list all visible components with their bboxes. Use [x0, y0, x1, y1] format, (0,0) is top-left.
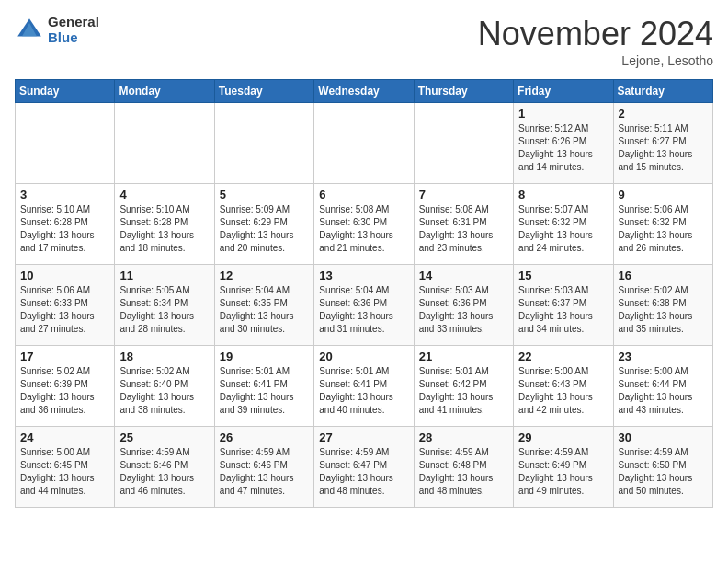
day-number: 2 — [619, 107, 708, 121]
day-info: Sunrise: 4:59 AMSunset: 6:49 PMDaylight:… — [518, 446, 608, 498]
calendar-week-2: 3Sunrise: 5:10 AMSunset: 6:28 PMDaylight… — [16, 184, 713, 265]
day-number: 7 — [419, 188, 508, 201]
day-info: Sunrise: 5:01 AMSunset: 6:41 PMDaylight:… — [220, 365, 309, 417]
calendar-week-3: 10Sunrise: 5:06 AMSunset: 6:33 PMDayligh… — [16, 265, 713, 346]
day-info: Sunrise: 5:02 AMSunset: 6:40 PMDaylight:… — [119, 365, 209, 417]
day-info: Sunrise: 5:03 AMSunset: 6:36 PMDaylight:… — [419, 284, 508, 336]
calendar-cell — [314, 103, 414, 184]
day-number: 14 — [419, 269, 508, 282]
day-number: 13 — [319, 269, 408, 282]
logo-icon — [15, 16, 44, 45]
calendar-cell: 1Sunrise: 5:12 AMSunset: 6:26 PMDaylight… — [514, 103, 613, 184]
day-number: 19 — [220, 350, 309, 363]
header-day-sunday: Sunday — [16, 80, 115, 103]
calendar-cell: 24Sunrise: 5:00 AMSunset: 6:45 PMDayligh… — [16, 427, 115, 508]
calendar-cell: 15Sunrise: 5:03 AMSunset: 6:37 PMDayligh… — [514, 265, 613, 346]
calendar-cell: 27Sunrise: 4:59 AMSunset: 6:47 PMDayligh… — [314, 427, 414, 508]
calendar-cell: 28Sunrise: 4:59 AMSunset: 6:48 PMDayligh… — [414, 427, 513, 508]
calendar-table: SundayMondayTuesdayWednesdayThursdayFrid… — [15, 79, 713, 508]
calendar-cell: 26Sunrise: 4:59 AMSunset: 6:46 PMDayligh… — [214, 427, 313, 508]
month-title: November 2024 — [478, 15, 713, 53]
calendar-cell — [214, 103, 313, 184]
calendar-body: 1Sunrise: 5:12 AMSunset: 6:26 PMDaylight… — [16, 103, 713, 508]
calendar-cell: 3Sunrise: 5:10 AMSunset: 6:28 PMDaylight… — [16, 184, 115, 265]
calendar-cell: 4Sunrise: 5:10 AMSunset: 6:28 PMDaylight… — [115, 184, 214, 265]
day-info: Sunrise: 5:04 AMSunset: 6:36 PMDaylight:… — [319, 284, 408, 336]
calendar-cell: 25Sunrise: 4:59 AMSunset: 6:46 PMDayligh… — [115, 427, 214, 508]
calendar-cell: 16Sunrise: 5:02 AMSunset: 6:38 PMDayligh… — [613, 265, 712, 346]
calendar-cell: 2Sunrise: 5:11 AMSunset: 6:27 PMDaylight… — [613, 103, 712, 184]
day-info: Sunrise: 5:11 AMSunset: 6:27 PMDaylight:… — [619, 122, 708, 174]
day-number: 11 — [119, 269, 209, 282]
day-number: 17 — [20, 350, 109, 363]
calendar-cell: 9Sunrise: 5:06 AMSunset: 6:32 PMDaylight… — [613, 184, 712, 265]
day-number: 26 — [220, 431, 309, 444]
day-number: 3 — [20, 188, 109, 201]
calendar-cell: 23Sunrise: 5:00 AMSunset: 6:44 PMDayligh… — [613, 346, 712, 427]
day-info: Sunrise: 5:08 AMSunset: 6:31 PMDaylight:… — [419, 203, 508, 255]
calendar-cell: 13Sunrise: 5:04 AMSunset: 6:36 PMDayligh… — [314, 265, 414, 346]
day-info: Sunrise: 5:02 AMSunset: 6:38 PMDaylight:… — [619, 284, 708, 336]
day-info: Sunrise: 5:01 AMSunset: 6:42 PMDaylight:… — [419, 365, 508, 417]
location: Lejone, Lesotho — [478, 53, 713, 68]
calendar-week-4: 17Sunrise: 5:02 AMSunset: 6:39 PMDayligh… — [16, 346, 713, 427]
day-info: Sunrise: 5:06 AMSunset: 6:33 PMDaylight:… — [20, 284, 109, 336]
calendar-cell: 30Sunrise: 4:59 AMSunset: 6:50 PMDayligh… — [613, 427, 712, 508]
day-info: Sunrise: 5:12 AMSunset: 6:26 PMDaylight:… — [518, 122, 608, 174]
day-info: Sunrise: 5:06 AMSunset: 6:32 PMDaylight:… — [619, 203, 708, 255]
day-info: Sunrise: 4:59 AMSunset: 6:48 PMDaylight:… — [419, 446, 508, 498]
calendar-cell: 18Sunrise: 5:02 AMSunset: 6:40 PMDayligh… — [115, 346, 214, 427]
header-day-wednesday: Wednesday — [314, 80, 414, 103]
day-number: 5 — [220, 188, 309, 201]
day-info: Sunrise: 5:02 AMSunset: 6:39 PMDaylight:… — [20, 365, 109, 417]
calendar-cell: 5Sunrise: 5:09 AMSunset: 6:29 PMDaylight… — [214, 184, 313, 265]
calendar-week-5: 24Sunrise: 5:00 AMSunset: 6:45 PMDayligh… — [16, 427, 713, 508]
day-number: 6 — [319, 188, 408, 201]
day-info: Sunrise: 4:59 AMSunset: 6:46 PMDaylight:… — [119, 446, 209, 498]
day-number: 22 — [518, 350, 608, 363]
day-info: Sunrise: 5:09 AMSunset: 6:29 PMDaylight:… — [220, 203, 309, 255]
calendar-cell: 7Sunrise: 5:08 AMSunset: 6:31 PMDaylight… — [414, 184, 513, 265]
day-number: 12 — [220, 269, 309, 282]
page-header: General Blue November 2024 Lejone, Lesot… — [15, 15, 713, 68]
day-info: Sunrise: 4:59 AMSunset: 6:46 PMDaylight:… — [220, 446, 309, 498]
calendar-cell: 21Sunrise: 5:01 AMSunset: 6:42 PMDayligh… — [414, 346, 513, 427]
logo-general-text: General — [48, 15, 99, 30]
day-number: 20 — [319, 350, 408, 363]
day-number: 15 — [518, 269, 608, 282]
calendar-header: SundayMondayTuesdayWednesdayThursdayFrid… — [16, 80, 713, 103]
day-number: 21 — [419, 350, 508, 363]
day-number: 8 — [518, 188, 608, 201]
day-number: 24 — [20, 431, 109, 444]
day-info: Sunrise: 5:05 AMSunset: 6:34 PMDaylight:… — [119, 284, 209, 336]
day-number: 30 — [619, 431, 708, 444]
day-info: Sunrise: 5:10 AMSunset: 6:28 PMDaylight:… — [20, 203, 109, 255]
day-info: Sunrise: 5:00 AMSunset: 6:44 PMDaylight:… — [619, 365, 708, 417]
day-number: 9 — [619, 188, 708, 201]
calendar-cell: 11Sunrise: 5:05 AMSunset: 6:34 PMDayligh… — [115, 265, 214, 346]
calendar-cell: 8Sunrise: 5:07 AMSunset: 6:32 PMDaylight… — [514, 184, 613, 265]
day-number: 18 — [119, 350, 209, 363]
day-info: Sunrise: 5:00 AMSunset: 6:43 PMDaylight:… — [518, 365, 608, 417]
day-info: Sunrise: 5:10 AMSunset: 6:28 PMDaylight:… — [119, 203, 209, 255]
calendar-cell — [16, 103, 115, 184]
calendar-cell: 6Sunrise: 5:08 AMSunset: 6:30 PMDaylight… — [314, 184, 414, 265]
day-info: Sunrise: 5:04 AMSunset: 6:35 PMDaylight:… — [220, 284, 309, 336]
calendar-week-1: 1Sunrise: 5:12 AMSunset: 6:26 PMDaylight… — [16, 103, 713, 184]
day-info: Sunrise: 4:59 AMSunset: 6:50 PMDaylight:… — [619, 446, 708, 498]
day-info: Sunrise: 5:01 AMSunset: 6:41 PMDaylight:… — [319, 365, 408, 417]
header-day-monday: Monday — [115, 80, 214, 103]
calendar-cell: 10Sunrise: 5:06 AMSunset: 6:33 PMDayligh… — [16, 265, 115, 346]
day-number: 28 — [419, 431, 508, 444]
day-info: Sunrise: 5:00 AMSunset: 6:45 PMDaylight:… — [20, 446, 109, 498]
day-number: 16 — [619, 269, 708, 282]
title-block: November 2024 Lejone, Lesotho — [478, 15, 713, 68]
header-day-thursday: Thursday — [414, 80, 513, 103]
day-info: Sunrise: 5:03 AMSunset: 6:37 PMDaylight:… — [518, 284, 608, 336]
calendar-cell — [115, 103, 214, 184]
day-info: Sunrise: 4:59 AMSunset: 6:47 PMDaylight:… — [319, 446, 408, 498]
header-day-tuesday: Tuesday — [214, 80, 313, 103]
header-day-saturday: Saturday — [613, 80, 712, 103]
logo: General Blue — [15, 15, 99, 45]
calendar-cell: 22Sunrise: 5:00 AMSunset: 6:43 PMDayligh… — [514, 346, 613, 427]
